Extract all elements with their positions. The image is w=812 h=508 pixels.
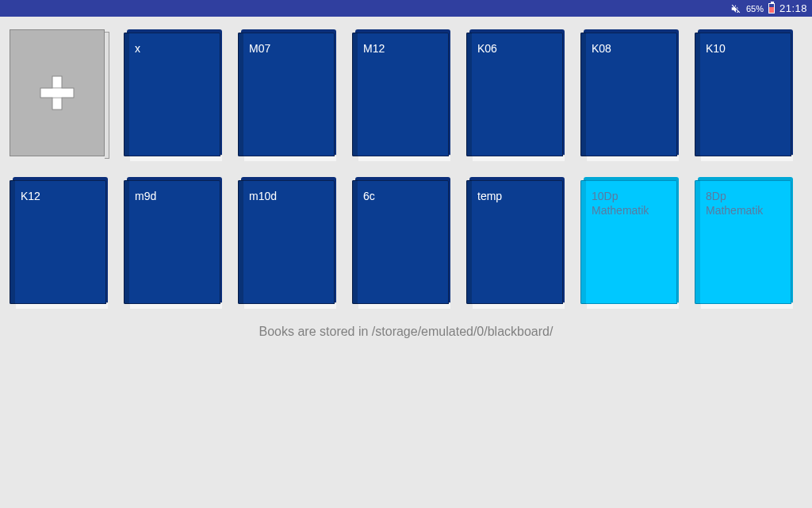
book-label: M12 (360, 42, 441, 56)
book-item[interactable]: K10 (695, 29, 795, 161)
book-item[interactable]: m9d (124, 177, 224, 309)
book-item[interactable]: 8Dp Mathematik (695, 177, 795, 309)
book-item[interactable]: K12 (10, 177, 109, 309)
book-label: x (132, 42, 213, 56)
book-label: K06 (474, 42, 555, 56)
book-item[interactable]: m10d (238, 177, 338, 309)
book-item[interactable]: 10Dp Mathematik (580, 177, 680, 309)
status-bar: 65% 21:18 (0, 0, 812, 17)
battery-percent: 65% (746, 4, 764, 13)
book-label: 10Dp Mathematik (588, 190, 669, 217)
content-area: xM07M12K06K08K10K12m9dm10d6ctemp10Dp Mat… (0, 17, 812, 339)
mute-icon (730, 3, 741, 14)
book-item[interactable]: K06 (466, 29, 566, 161)
book-item[interactable]: M07 (238, 29, 338, 161)
book-label: K10 (703, 42, 783, 56)
svg-rect-2 (53, 89, 62, 98)
book-label: M07 (246, 42, 327, 56)
book-label: 6c (360, 190, 441, 204)
book-item[interactable]: 6c (352, 177, 452, 309)
book-item[interactable]: temp (466, 177, 566, 309)
clock: 21:18 (779, 2, 807, 14)
book-grid: xM07M12K06K08K10K12m9dm10d6ctemp10Dp Mat… (10, 29, 802, 309)
book-label: m10d (246, 190, 327, 204)
storage-path-text: Books are stored in /storage/emulated/0/… (10, 325, 802, 339)
book-label: temp (474, 190, 555, 204)
plus-icon (10, 29, 105, 156)
add-book-button[interactable] (10, 29, 109, 161)
book-item[interactable]: K08 (580, 29, 680, 161)
book-label: m9d (132, 190, 213, 204)
battery-icon (768, 3, 775, 13)
book-label: K08 (588, 42, 669, 56)
book-label: 8Dp Mathematik (703, 190, 783, 217)
book-item[interactable]: x (124, 29, 224, 161)
book-label: K12 (17, 190, 98, 204)
book-item[interactable]: M12 (352, 29, 452, 161)
